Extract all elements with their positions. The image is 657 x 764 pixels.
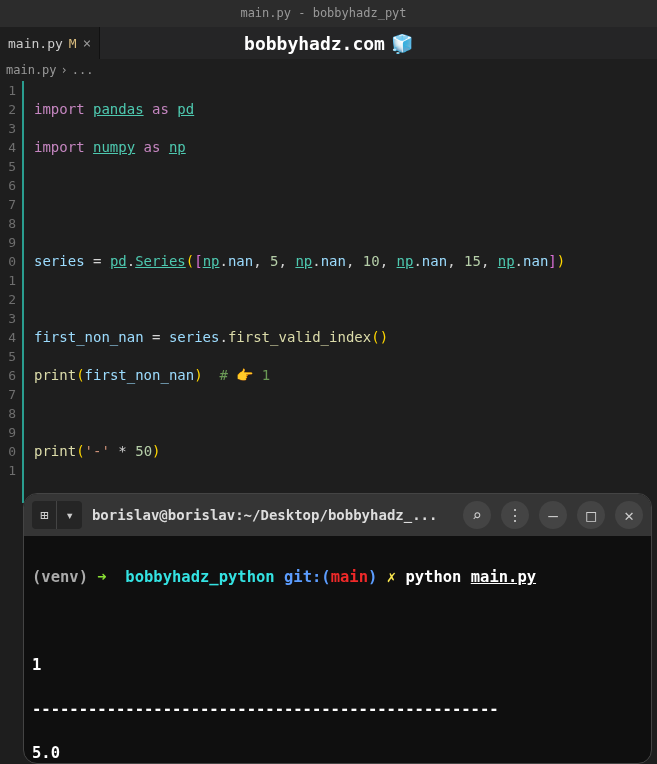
line-number: 1 <box>0 461 16 480</box>
minimize-icon[interactable]: – <box>539 501 567 529</box>
terminal-new-tab-group: ⊞ ▾ <box>32 501 82 529</box>
terminal-title: borislav@borislav:~/Desktop/bobbyhadz_..… <box>92 507 453 523</box>
code-editor[interactable]: 1 2 3 4 5 6 7 8 9 0 1 2 3 4 5 6 7 8 9 0 … <box>0 81 657 503</box>
terminal-window: ⊞ ▾ borislav@borislav:~/Desktop/bobbyhad… <box>23 493 652 764</box>
line-number: 7 <box>0 385 16 404</box>
terminal-body[interactable]: (venv) ➜ bobbyhadz_python git:(main) ✗ p… <box>24 536 651 764</box>
maximize-icon[interactable]: □ <box>577 501 605 529</box>
line-number: 7 <box>0 195 16 214</box>
tab-bar: main.py M × bobbyhadz.com 🧊 <box>0 27 657 59</box>
breadcrumb-file: main.py <box>6 63 57 77</box>
line-number: 5 <box>0 157 16 176</box>
tab-modified-indicator: M <box>69 36 77 51</box>
breadcrumb[interactable]: main.py › ... <box>0 59 657 81</box>
line-number: 1 <box>0 81 16 100</box>
breadcrumb-more: ... <box>72 63 94 77</box>
search-icon[interactable]: ⌕ <box>463 501 491 529</box>
cube-icon: 🧊 <box>391 33 413 54</box>
line-number: 3 <box>0 119 16 138</box>
line-number: 4 <box>0 138 16 157</box>
terminal-header: ⊞ ▾ borislav@borislav:~/Desktop/bobbyhad… <box>24 494 651 536</box>
new-tab-icon[interactable]: ⊞ <box>32 501 56 529</box>
code-area[interactable]: import pandas as pd import numpy as np s… <box>22 81 657 503</box>
breadcrumb-sep: › <box>61 63 68 77</box>
line-number: 8 <box>0 404 16 423</box>
line-number: 0 <box>0 252 16 271</box>
line-number: 8 <box>0 214 16 233</box>
watermark-text: bobbyhadz.com <box>244 33 385 54</box>
line-number: 6 <box>0 176 16 195</box>
line-number: 4 <box>0 328 16 347</box>
line-number: 1 <box>0 271 16 290</box>
line-number: 5 <box>0 347 16 366</box>
line-number: 3 <box>0 309 16 328</box>
close-icon[interactable]: ✕ <box>615 501 643 529</box>
tab-label: main.py <box>8 36 63 51</box>
line-number: 2 <box>0 100 16 119</box>
line-number: 9 <box>0 233 16 252</box>
line-number: 0 <box>0 442 16 461</box>
watermark: bobbyhadz.com 🧊 <box>244 33 413 54</box>
line-number: 2 <box>0 290 16 309</box>
line-number: 6 <box>0 366 16 385</box>
close-icon[interactable]: × <box>83 35 91 51</box>
line-gutter: 1 2 3 4 5 6 7 8 9 0 1 2 3 4 5 6 7 8 9 0 … <box>0 81 22 503</box>
line-number: 9 <box>0 423 16 442</box>
window-title: main.py - bobbyhadz_pyt <box>0 0 657 27</box>
chevron-down-icon[interactable]: ▾ <box>56 501 81 529</box>
tab-main-py[interactable]: main.py M × <box>0 27 100 59</box>
menu-icon[interactable]: ⋮ <box>501 501 529 529</box>
